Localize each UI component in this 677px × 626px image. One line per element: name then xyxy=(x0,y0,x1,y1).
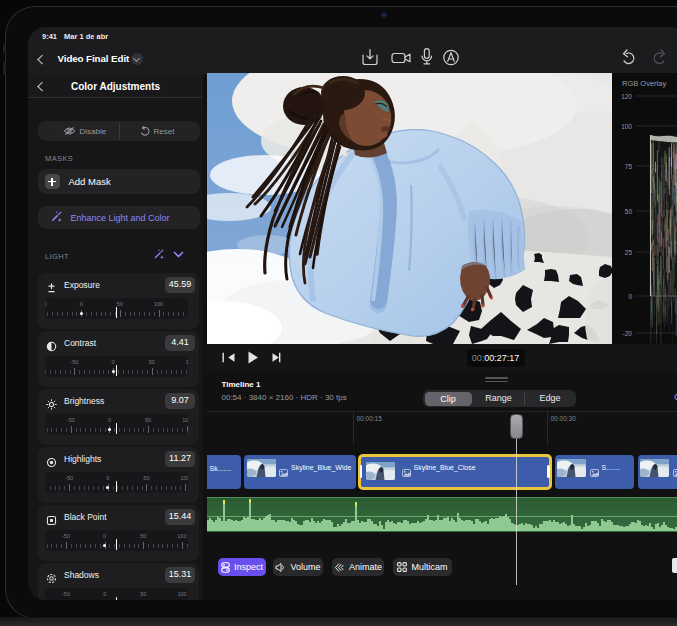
svg-text:50: 50 xyxy=(625,208,633,215)
svg-text:0: 0 xyxy=(628,293,632,300)
svg-text:RGB Overlay: RGB Overlay xyxy=(622,79,666,88)
svg-text:75: 75 xyxy=(625,163,633,170)
svg-text:-20: -20 xyxy=(623,330,633,337)
svg-text:100: 100 xyxy=(621,123,632,130)
svg-text:120: 120 xyxy=(621,93,632,100)
svg-text:25: 25 xyxy=(625,249,633,256)
